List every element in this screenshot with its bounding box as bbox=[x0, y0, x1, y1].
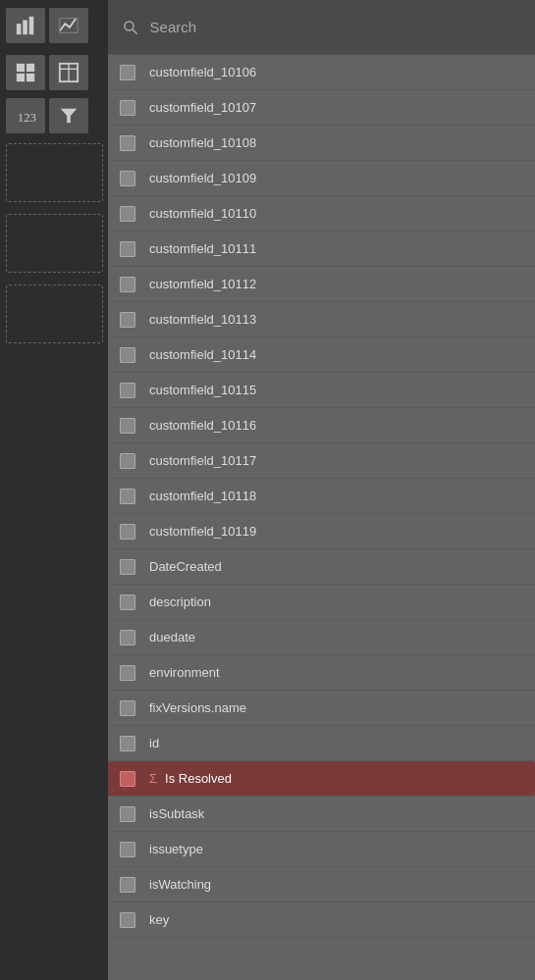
field-checkbox bbox=[120, 347, 135, 363]
field-label: customfield_10116 bbox=[149, 418, 256, 433]
bar-chart-icon[interactable] bbox=[6, 8, 45, 43]
field-label: duedate bbox=[149, 630, 195, 645]
field-checkbox bbox=[120, 842, 135, 857]
field-label: key bbox=[149, 912, 169, 927]
field-label: customfield_10111 bbox=[149, 241, 256, 256]
field-label: customfield_10118 bbox=[149, 489, 256, 503]
list-item[interactable]: customfield_10108 bbox=[108, 126, 535, 161]
field-label: customfield_10107 bbox=[149, 100, 256, 115]
list-item[interactable]: customfield_10115 bbox=[108, 373, 535, 408]
field-checkbox bbox=[120, 594, 135, 610]
list-item[interactable]: DateCreated bbox=[108, 549, 535, 585]
field-checkbox bbox=[120, 736, 135, 751]
field-checkbox bbox=[120, 241, 135, 257]
list-item[interactable]: isSubtask bbox=[108, 797, 535, 832]
field-label: customfield_10106 bbox=[149, 65, 256, 79]
sidebar-section-1 bbox=[6, 143, 103, 202]
field-label: customfield_10108 bbox=[149, 135, 256, 150]
list-item[interactable]: customfield_10117 bbox=[108, 443, 535, 479]
field-checkbox bbox=[120, 100, 135, 116]
sidebar: 123 bbox=[0, 0, 108, 980]
list-item[interactable]: customfield_10116 bbox=[108, 408, 535, 443]
field-label: DateCreated bbox=[149, 559, 222, 574]
field-checkbox bbox=[120, 524, 135, 540]
field-label: customfield_10114 bbox=[149, 347, 256, 362]
list-item[interactable]: id bbox=[108, 726, 535, 761]
search-bar bbox=[108, 0, 535, 55]
list-item[interactable]: customfield_10110 bbox=[108, 196, 535, 232]
list-item[interactable]: customfield_10119 bbox=[108, 514, 535, 549]
field-checkbox bbox=[120, 700, 135, 716]
field-checkbox bbox=[120, 806, 135, 822]
svg-rect-7 bbox=[27, 74, 34, 81]
field-label: customfield_10109 bbox=[149, 171, 256, 185]
field-checkbox bbox=[120, 559, 135, 575]
grid-icon[interactable] bbox=[6, 55, 45, 90]
field-list: customfield_10106customfield_10107custom… bbox=[108, 55, 535, 980]
sidebar-section-3 bbox=[6, 284, 103, 343]
list-item[interactable]: duedate bbox=[108, 620, 535, 655]
field-label: isWatching bbox=[149, 877, 211, 892]
field-sigma-icon: Σ bbox=[149, 771, 157, 786]
field-label: id bbox=[149, 736, 159, 750]
svg-rect-4 bbox=[17, 64, 25, 72]
field-label: customfield_10119 bbox=[149, 524, 256, 539]
field-label: environment bbox=[149, 665, 220, 680]
list-item[interactable]: description bbox=[108, 585, 535, 620]
list-item[interactable]: customfield_10112 bbox=[108, 267, 535, 302]
list-item[interactable]: isWatching bbox=[108, 867, 535, 903]
sidebar-section-2 bbox=[6, 214, 103, 273]
field-checkbox bbox=[120, 418, 135, 434]
field-label: customfield_10113 bbox=[149, 312, 256, 327]
svg-line-14 bbox=[134, 29, 138, 34]
field-label: Is Resolved bbox=[165, 771, 232, 786]
list-item[interactable]: environment bbox=[108, 655, 535, 691]
field-checkbox bbox=[120, 383, 135, 398]
list-item[interactable]: fixVersions.name bbox=[108, 691, 535, 726]
svg-rect-6 bbox=[17, 74, 25, 81]
search-input[interactable] bbox=[150, 19, 521, 35]
table-icon[interactable] bbox=[49, 55, 88, 90]
field-checkbox bbox=[120, 489, 135, 504]
list-item[interactable]: key bbox=[108, 903, 535, 938]
svg-rect-0 bbox=[17, 24, 22, 34]
field-checkbox bbox=[120, 912, 135, 928]
field-label: description bbox=[149, 594, 211, 609]
sidebar-row2 bbox=[0, 51, 108, 94]
svg-rect-2 bbox=[29, 17, 34, 34]
svg-rect-1 bbox=[23, 21, 27, 35]
field-label: customfield_10115 bbox=[149, 383, 256, 397]
field-label: customfield_10117 bbox=[149, 453, 256, 468]
field-label: issuetype bbox=[149, 842, 203, 856]
field-label: isSubtask bbox=[149, 806, 204, 821]
field-checkbox bbox=[120, 277, 135, 292]
field-checkbox bbox=[120, 65, 135, 80]
list-item[interactable]: ΣIs Resolved bbox=[108, 761, 535, 797]
field-checkbox bbox=[120, 877, 135, 893]
list-item[interactable]: customfield_10111 bbox=[108, 232, 535, 267]
line-chart-icon[interactable] bbox=[49, 8, 88, 43]
list-item[interactable]: issuetype bbox=[108, 832, 535, 867]
field-checkbox bbox=[120, 630, 135, 645]
list-item[interactable]: customfield_10114 bbox=[108, 337, 535, 373]
svg-marker-12 bbox=[61, 109, 78, 124]
sidebar-top-row bbox=[0, 0, 108, 51]
field-checkbox bbox=[120, 135, 135, 151]
list-item[interactable]: customfield_10106 bbox=[108, 55, 535, 90]
field-checkbox bbox=[120, 206, 135, 222]
field-checkbox bbox=[120, 171, 135, 186]
svg-text:123: 123 bbox=[18, 111, 36, 125]
list-item[interactable]: customfield_10107 bbox=[108, 90, 535, 126]
field-checkbox bbox=[120, 665, 135, 681]
filter-icon[interactable] bbox=[49, 98, 88, 133]
svg-rect-5 bbox=[27, 64, 34, 72]
sidebar-row3: 123 bbox=[0, 94, 108, 137]
field-checkbox bbox=[120, 771, 135, 787]
number-icon[interactable]: 123 bbox=[6, 98, 45, 133]
list-item[interactable]: customfield_10109 bbox=[108, 161, 535, 196]
field-label: customfield_10110 bbox=[149, 206, 256, 221]
field-checkbox bbox=[120, 312, 135, 328]
list-item[interactable]: customfield_10113 bbox=[108, 302, 535, 337]
list-item[interactable]: customfield_10118 bbox=[108, 479, 535, 514]
field-label: customfield_10112 bbox=[149, 277, 256, 291]
